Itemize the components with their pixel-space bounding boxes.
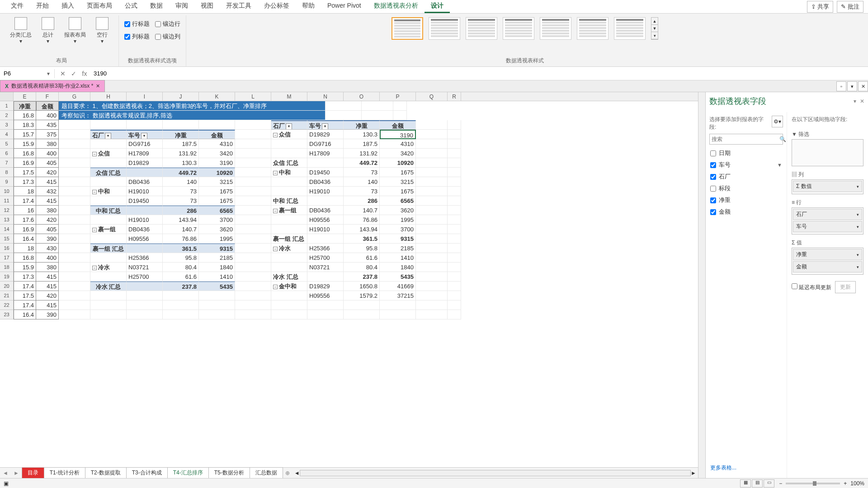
cell[interactable] xyxy=(235,215,271,225)
area-item[interactable]: 车号▾ xyxy=(793,221,862,232)
cell[interactable] xyxy=(59,149,90,158)
cell[interactable]: 石厂▾ xyxy=(90,130,127,139)
cell[interactable] xyxy=(163,310,199,319)
column-header[interactable]: P xyxy=(380,92,416,101)
cell[interactable]: 73 xyxy=(344,187,380,196)
cell[interactable]: 237.8 xyxy=(344,272,380,282)
cell[interactable]: 18 xyxy=(14,244,36,253)
sheet-tab[interactable]: T5-数据分析 xyxy=(208,467,250,479)
cell[interactable]: 415 xyxy=(36,196,59,206)
ribbon-tab[interactable]: 审阅 xyxy=(169,0,194,13)
cell[interactable] xyxy=(59,225,90,234)
ribbon-tab[interactable]: 开始 xyxy=(30,0,55,13)
cell[interactable] xyxy=(90,300,127,310)
cell[interactable] xyxy=(448,158,461,168)
cell[interactable]: 4310 xyxy=(199,139,235,149)
cell[interactable] xyxy=(59,282,90,291)
page-layout-view-button[interactable]: ▤ xyxy=(752,479,763,488)
collapse-icon[interactable]: − xyxy=(273,133,278,137)
ribbon-tab[interactable]: 文件 xyxy=(5,0,30,13)
cell[interactable]: 17.3 xyxy=(14,272,36,282)
cell[interactable]: 1840 xyxy=(199,263,235,272)
row-header[interactable]: 9 xyxy=(0,177,14,187)
cell[interactable] xyxy=(416,215,448,225)
cell[interactable] xyxy=(90,158,127,168)
cell[interactable] xyxy=(235,282,271,291)
cell[interactable]: 15.9 xyxy=(14,139,36,149)
zoom-in-button[interactable]: + xyxy=(844,480,847,487)
cell[interactable] xyxy=(235,234,271,244)
pivot-style-thumb[interactable] xyxy=(429,17,460,40)
field-item[interactable]: 石厂 xyxy=(709,171,783,183)
cell[interactable] xyxy=(163,120,199,130)
filter-icon[interactable]: ▾ xyxy=(286,123,292,130)
column-header[interactable]: O xyxy=(344,92,380,101)
cell[interactable]: 1675 xyxy=(199,187,235,196)
cell[interactable]: 5435 xyxy=(199,282,235,291)
cell[interactable]: 1995 xyxy=(199,234,235,244)
row-header[interactable]: 11 xyxy=(0,196,14,206)
cell[interactable] xyxy=(235,272,271,282)
cell[interactable] xyxy=(235,225,271,234)
cell[interactable] xyxy=(235,310,271,319)
cell[interactable] xyxy=(90,139,127,149)
cell[interactable]: 405 xyxy=(36,158,59,168)
cell[interactable]: −众信 xyxy=(90,149,127,158)
cell[interactable] xyxy=(416,253,448,263)
field-pane-close[interactable]: ✕ xyxy=(860,98,864,104)
collapse-icon[interactable]: − xyxy=(273,285,278,289)
column-header[interactable]: I xyxy=(127,92,163,101)
new-sheet-button[interactable]: ⊕ xyxy=(283,470,292,476)
cell[interactable]: 6565 xyxy=(199,206,235,215)
cell[interactable]: 净重 xyxy=(14,101,36,111)
cell[interactable]: 420 xyxy=(36,168,59,177)
cell[interactable] xyxy=(90,120,127,130)
cell[interactable] xyxy=(326,101,362,111)
zoom-level[interactable]: 100% xyxy=(850,480,864,487)
row-header[interactable]: 3 xyxy=(0,120,14,130)
cell[interactable]: −裹一组 xyxy=(90,225,127,234)
cell[interactable]: 95.8 xyxy=(344,244,380,253)
row-header[interactable]: 8 xyxy=(0,168,14,177)
row-header[interactable]: 13 xyxy=(0,215,14,225)
cell[interactable]: 380 xyxy=(36,139,59,149)
band-col-checkbox[interactable]: 镶边列 xyxy=(155,33,180,41)
cell[interactable]: 140.7 xyxy=(344,206,380,215)
cell[interactable]: 415 xyxy=(36,300,59,310)
cell[interactable] xyxy=(90,272,127,282)
cell[interactable]: −冷水 xyxy=(271,244,307,253)
cell[interactable] xyxy=(416,149,448,158)
ribbon-tab[interactable]: 帮助 xyxy=(296,0,321,13)
collapse-icon[interactable]: − xyxy=(92,190,97,194)
cell[interactable] xyxy=(235,177,271,187)
field-search-input[interactable] xyxy=(712,136,779,142)
cell[interactable]: 冷水 汇总 xyxy=(90,282,127,291)
sheet-tab[interactable]: 目录 xyxy=(22,467,44,479)
column-header[interactable]: N xyxy=(307,92,344,101)
pivot-style-thumb[interactable] xyxy=(503,17,534,40)
row-header[interactable]: 5 xyxy=(0,139,14,149)
cell[interactable] xyxy=(416,158,448,168)
cell[interactable]: 3215 xyxy=(199,177,235,187)
pivot-style-thumb[interactable] xyxy=(577,17,609,40)
cell[interactable] xyxy=(344,300,380,310)
zoom-out-button[interactable]: − xyxy=(779,480,782,487)
cell[interactable] xyxy=(59,234,90,244)
cell[interactable]: 415 xyxy=(36,272,59,282)
cell[interactable] xyxy=(448,272,461,282)
cell[interactable] xyxy=(59,215,90,225)
collapse-icon[interactable]: − xyxy=(92,152,97,156)
cell[interactable] xyxy=(90,310,127,319)
cell[interactable]: 61.6 xyxy=(163,272,199,282)
report-layout-button[interactable]: 报表布局 ▾ xyxy=(64,15,86,44)
cell[interactable]: 415 xyxy=(36,177,59,187)
cell[interactable]: 16.9 xyxy=(14,158,36,168)
cell[interactable] xyxy=(127,206,163,215)
row-header[interactable]: 7 xyxy=(0,158,14,168)
cell[interactable]: 37215 xyxy=(380,291,416,300)
ribbon-tab[interactable]: 页面布局 xyxy=(80,0,118,13)
cell[interactable] xyxy=(235,300,271,310)
cell[interactable] xyxy=(271,177,307,187)
sheet-nav-prev[interactable]: ◄ xyxy=(0,470,11,476)
column-header[interactable]: Q xyxy=(416,92,448,101)
